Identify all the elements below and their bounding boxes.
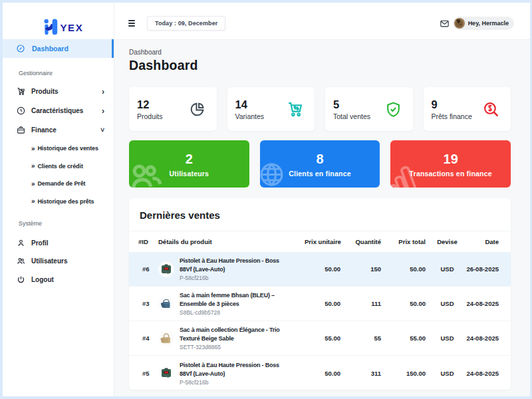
svg-text:YEX: YEX [61, 22, 84, 33]
